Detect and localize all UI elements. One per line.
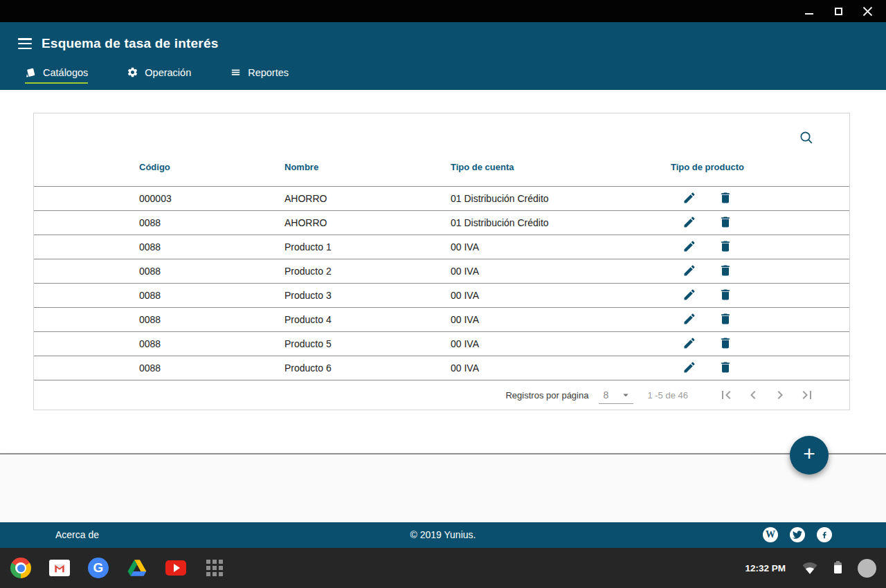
table-row: 0088 AHORRO 01 Distribución Crédito xyxy=(34,210,849,235)
chevron-down-icon xyxy=(620,389,632,401)
minimize-button[interactable] xyxy=(799,2,820,20)
wifi-icon xyxy=(802,560,818,576)
cell-tipo-cuenta: 00 IVA xyxy=(451,362,671,374)
lower-background xyxy=(0,454,886,522)
window-titlebar xyxy=(0,0,886,22)
table-row: 0088 Producto 5 00 IVA xyxy=(34,331,849,356)
edit-button[interactable] xyxy=(682,191,697,206)
delete-button[interactable] xyxy=(718,360,733,376)
trash-icon xyxy=(718,239,732,253)
search-icon xyxy=(799,130,814,145)
twitter-icon xyxy=(793,530,802,540)
trash-icon xyxy=(718,360,732,374)
hamburger-menu-button[interactable] xyxy=(18,38,32,49)
page-size-value: 8 xyxy=(603,389,608,401)
edit-button[interactable] xyxy=(682,336,697,351)
chevron-right-icon xyxy=(772,387,788,403)
chevron-left-icon xyxy=(745,387,761,403)
row-actions xyxy=(671,312,849,327)
close-icon xyxy=(862,6,873,17)
search-button[interactable] xyxy=(798,130,815,147)
google-app-button[interactable]: G xyxy=(87,557,109,579)
trash-icon xyxy=(718,215,732,229)
last-page-icon xyxy=(799,387,815,403)
data-table-card: Código Nombre Tipo de cuenta Tipo de pro… xyxy=(33,113,850,410)
delete-button[interactable] xyxy=(718,191,733,206)
chrome-app-button[interactable] xyxy=(10,557,32,579)
cell-tipo-cuenta: 00 IVA xyxy=(451,314,671,325)
wordpress-icon: W xyxy=(766,530,775,540)
edit-button[interactable] xyxy=(682,288,697,303)
edit-button[interactable] xyxy=(682,264,697,279)
delete-button[interactable] xyxy=(718,215,733,230)
cell-tipo-cuenta: 01 Distribución Crédito xyxy=(451,193,671,204)
maximize-button[interactable] xyxy=(828,2,849,20)
delete-button[interactable] xyxy=(718,239,733,255)
previous-page-button[interactable] xyxy=(744,387,762,405)
table-row: 0088 Producto 3 00 IVA xyxy=(34,283,849,307)
cell-codigo: 0088 xyxy=(139,362,284,374)
row-actions xyxy=(671,215,849,230)
first-page-button[interactable] xyxy=(717,387,735,405)
tab-bar: Catálogos Operación Reportes xyxy=(25,66,289,84)
twitter-button[interactable] xyxy=(790,527,805,542)
status-tray[interactable]: 12:32 PM xyxy=(745,559,886,578)
wordpress-button[interactable]: W xyxy=(763,527,778,542)
cell-codigo: 0088 xyxy=(139,266,284,277)
next-page-button[interactable] xyxy=(771,387,789,405)
delete-button[interactable] xyxy=(718,264,733,279)
cell-nombre: AHORRO xyxy=(284,217,451,228)
facebook-button[interactable] xyxy=(817,527,832,542)
drive-app-button[interactable] xyxy=(126,557,148,579)
edit-button[interactable] xyxy=(682,215,697,230)
tab-label: Operación xyxy=(145,67,191,78)
pagination-range: 1 -5 de 46 xyxy=(647,390,688,401)
pencil-icon xyxy=(682,191,696,205)
cell-tipo-cuenta: 00 IVA xyxy=(451,290,671,301)
page-size-select[interactable]: 8 xyxy=(599,387,633,404)
table-row: 0088 Producto 6 00 IVA xyxy=(34,356,849,380)
delete-button[interactable] xyxy=(718,312,733,327)
column-header-tipo-producto: Tipo de producto xyxy=(671,162,849,172)
youtube-icon xyxy=(165,560,186,576)
delete-button[interactable] xyxy=(718,288,733,303)
cell-nombre: Producto 6 xyxy=(284,362,451,374)
last-page-button[interactable] xyxy=(798,387,816,405)
pencil-icon xyxy=(682,239,696,253)
pencil-icon xyxy=(682,360,696,374)
chrome-icon xyxy=(10,558,31,578)
rows-per-page-label: Registros por página xyxy=(505,390,588,401)
cell-nombre: Producto 5 xyxy=(284,338,451,349)
gear-icon xyxy=(127,66,138,78)
pagination-bar: Registros por página 8 1 -5 de 46 xyxy=(34,380,849,410)
page-title: Esquema de tasa de interés xyxy=(42,36,218,51)
taskbar-apps: G xyxy=(0,557,226,579)
cell-tipo-cuenta: 00 IVA xyxy=(451,338,671,349)
tab-label: Reportes xyxy=(248,67,289,78)
tab-catalogos[interactable]: Catálogos xyxy=(25,66,88,84)
app-launcher-button[interactable] xyxy=(204,557,226,579)
edit-button[interactable] xyxy=(682,312,697,327)
delete-button[interactable] xyxy=(718,336,733,351)
column-header-nombre: Nombre xyxy=(284,162,451,172)
add-button[interactable]: + xyxy=(790,436,829,475)
row-actions xyxy=(671,239,849,255)
youtube-app-button[interactable] xyxy=(165,557,187,579)
trash-icon xyxy=(718,312,732,326)
tab-reportes[interactable]: Reportes xyxy=(230,66,289,84)
column-header-tipo-cuenta: Tipo de cuenta xyxy=(451,162,671,172)
trash-icon xyxy=(718,336,732,350)
card-toolbar xyxy=(34,113,849,148)
taskbar: G 12:32 PM xyxy=(0,548,886,588)
row-actions xyxy=(671,288,849,303)
tab-label: Catálogos xyxy=(43,67,88,78)
edit-button[interactable] xyxy=(682,360,697,376)
close-button[interactable] xyxy=(857,2,878,20)
gmail-app-button[interactable] xyxy=(48,557,71,579)
tab-operacion[interactable]: Operación xyxy=(127,66,191,84)
edit-button[interactable] xyxy=(682,239,697,255)
pencil-icon xyxy=(682,264,696,277)
pagination-nav xyxy=(717,387,816,405)
cell-codigo: 0088 xyxy=(139,217,284,228)
row-actions xyxy=(671,264,849,279)
